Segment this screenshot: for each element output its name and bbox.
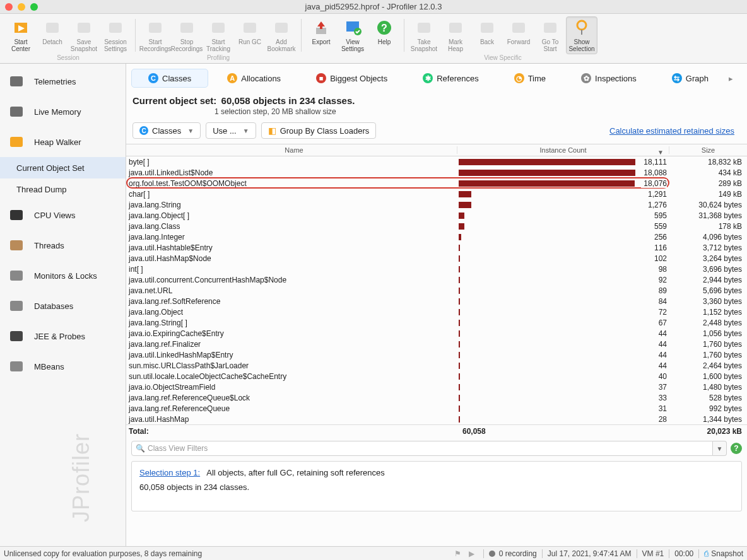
export-button[interactable]: Export xyxy=(305,16,337,54)
object-set-header: Current object set: 60,058 objects in 23… xyxy=(126,89,747,120)
table-row[interactable]: sun.misc.URLClassPath$JarLoader442,464 b… xyxy=(126,360,747,371)
add-bookmark-label: AddBookmark xyxy=(268,38,296,52)
table-row[interactable]: java.lang.String1,27630,624 bytes xyxy=(126,199,747,210)
table-row[interactable]: java.util.HashMap281,344 bytes xyxy=(126,414,747,424)
cell-size: 1,056 bytes xyxy=(669,329,747,338)
cell-count: 28 xyxy=(457,415,669,424)
count-value: 116 xyxy=(652,243,667,252)
table-row[interactable]: byte[ ]18,11118,832 kB xyxy=(126,156,747,167)
selection-step-link[interactable]: Selection step 1: xyxy=(139,468,200,477)
sidebar-item-mbeans[interactable]: MBeans xyxy=(0,351,126,382)
cell-name: java.lang.ref.ReferenceQueue xyxy=(126,404,457,413)
sidebar-item-heap-walker[interactable]: Heap Walker xyxy=(0,127,126,157)
show-selection-button[interactable]: ShowSelection xyxy=(566,16,597,54)
mark-heap-label: MarkHeap xyxy=(448,38,463,52)
table-row[interactable]: java.lang.String[ ]672,448 bytes xyxy=(126,317,747,328)
table-row[interactable]: org.fool.test.TestOOM$OOMObject18,076289… xyxy=(126,178,747,189)
start-tracking-label: StartTracking xyxy=(206,38,230,52)
svg-rect-28 xyxy=(10,240,23,250)
status-timestamp: Jul 17, 2021, 9:47:41 AM xyxy=(548,549,632,558)
cell-size: 1,600 bytes xyxy=(669,372,747,381)
sidebar-item-cpu-views[interactable]: CPU Views xyxy=(0,200,126,230)
table-row[interactable]: java.lang.Object721,152 bytes xyxy=(126,306,747,317)
view-settings-button[interactable]: ViewSettings xyxy=(337,16,368,54)
sidebar-item-current-object-set[interactable]: Current Object Set xyxy=(0,157,126,178)
graph-next-icon[interactable]: ▸ xyxy=(729,74,733,83)
col-size-header[interactable]: Size xyxy=(669,146,747,154)
back-label: Back xyxy=(480,38,494,52)
table-row[interactable]: java.io.ObjectStreamField371,480 bytes xyxy=(126,382,747,392)
table-row[interactable]: java.lang.ref.SoftReference843,360 bytes xyxy=(126,296,747,306)
count-value: 1,276 xyxy=(645,201,667,209)
table-row[interactable]: java.io.ExpiringCache$Entry441,056 bytes xyxy=(126,328,747,339)
table-row[interactable]: java.util.LinkedList$Node18,088434 kB xyxy=(126,167,747,178)
table-row[interactable]: int[ ]983,696 bytes xyxy=(126,264,747,274)
view-label: Allocations xyxy=(241,74,281,83)
svg-rect-25 xyxy=(10,107,23,117)
help-icon[interactable]: ? xyxy=(731,443,742,454)
calculate-sizes-link[interactable]: Calculate estimated retained sizes xyxy=(609,126,734,136)
table-row[interactable]: java.lang.ref.ReferenceQueue31992 bytes xyxy=(126,403,747,414)
table-row[interactable]: java.lang.Integer2564,096 bytes xyxy=(126,231,747,242)
table-row[interactable]: java.util.LinkedHashMap$Entry441,760 byt… xyxy=(126,349,747,360)
sidebar-item-thread-dump[interactable]: Thread Dump xyxy=(0,178,126,200)
sidebar-item-live-memory[interactable]: Live Memory xyxy=(0,96,126,127)
cell-name: org.fool.test.TestOOM$OOMObject xyxy=(126,179,457,188)
count-value: 559 xyxy=(652,222,667,231)
count-bar xyxy=(459,213,464,219)
count-bar xyxy=(459,320,460,326)
class-view-filter-input[interactable]: 🔍 Class View Filters xyxy=(131,441,713,456)
table-row[interactable]: java.util.Hashtable$Entry1163,712 bytes xyxy=(126,242,747,253)
sidebar-item-jee-probes[interactable]: JEE & Probes xyxy=(0,321,126,351)
view-references[interactable]: ✱References xyxy=(406,69,495,87)
count-value: 44 xyxy=(656,329,667,338)
license-text: Unlicensed copy for evaluation purposes,… xyxy=(4,549,202,558)
minimize-window-button[interactable] xyxy=(18,3,25,11)
sidebar-item-databases[interactable]: Databases xyxy=(0,291,126,321)
cpu-views-icon xyxy=(8,206,25,224)
filter-dropdown[interactable]: ▼ xyxy=(713,441,727,456)
table-row[interactable]: java.lang.ref.Finalizer441,760 bytes xyxy=(126,339,747,349)
view-biggest-objects[interactable]: ■Biggest Objects xyxy=(300,69,404,87)
table-header: Name Instance Count ▼ Size xyxy=(126,144,747,156)
status-elapsed: 00:00 xyxy=(674,549,693,558)
col-count-header[interactable]: Instance Count ▼ xyxy=(457,146,669,154)
cell-name: java.lang.ref.ReferenceQueue$Lock xyxy=(126,394,457,402)
table-row[interactable]: java.lang.ref.ReferenceQueue$Lock33528 b… xyxy=(126,392,747,403)
view-time[interactable]: ◔Time xyxy=(498,69,562,87)
start-center-button[interactable]: StartCenter xyxy=(5,16,37,54)
table-row[interactable]: char[ ]1,291149 kB xyxy=(126,189,747,199)
sidebar-item-telemetries[interactable]: Telemetries xyxy=(0,66,126,96)
table-row[interactable]: sun.util.locale.LocaleObjectCache$CacheE… xyxy=(126,371,747,382)
view-inspections[interactable]: ✿Inspections xyxy=(565,69,653,87)
group-by-button[interactable]: ◧ Group By Class Loaders xyxy=(261,122,377,139)
cell-name: java.util.HashMap$Node xyxy=(126,254,457,263)
use-dropdown[interactable]: Use ... ▼ xyxy=(206,122,256,139)
count-bar xyxy=(459,245,460,251)
add-bookmark-button: AddBookmark xyxy=(266,16,297,54)
count-value: 92 xyxy=(656,276,667,284)
classes-dropdown[interactable]: C Classes ▼ xyxy=(132,122,201,139)
count-bar xyxy=(459,395,460,401)
table-row[interactable]: java.util.HashMap$Node1023,264 bytes xyxy=(126,253,747,264)
view-classes[interactable]: CClasses xyxy=(131,69,208,88)
sidebar-item-threads[interactable]: Threads xyxy=(0,230,126,260)
count-bar xyxy=(459,373,460,380)
group-label-profiling: Profiling xyxy=(207,54,230,61)
table-row[interactable]: java.util.concurrent.ConcurrentHashMap$N… xyxy=(126,274,747,285)
col-name-header[interactable]: Name xyxy=(126,146,457,154)
view-settings-icon xyxy=(343,18,362,37)
maximize-window-button[interactable] xyxy=(30,3,38,11)
sidebar-item-monitors-locks[interactable]: Monitors & Locks xyxy=(0,260,126,291)
table-row[interactable]: java.lang.Object[ ]59531,368 bytes xyxy=(126,210,747,221)
table-row[interactable]: java.lang.Class559178 kB xyxy=(126,221,747,231)
flag-icon[interactable]: ⚑ xyxy=(454,549,461,558)
view-allocations[interactable]: AAllocations xyxy=(211,69,297,87)
table-row[interactable]: java.net.URL895,696 bytes xyxy=(126,285,747,296)
save-snapshot-button: SaveSnapshot xyxy=(68,16,100,54)
cell-size: 3,712 bytes xyxy=(669,243,747,252)
marker-icon[interactable]: ▶ xyxy=(469,549,474,558)
close-window-button[interactable] xyxy=(5,3,13,11)
help-button[interactable]: ?Help xyxy=(368,16,400,54)
view-graph[interactable]: ⇆Graph xyxy=(656,69,725,87)
